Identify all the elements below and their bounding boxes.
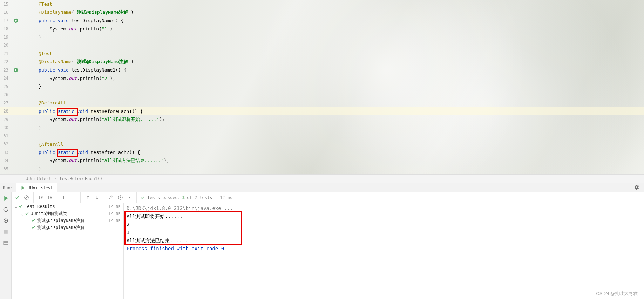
line-number: 15 <box>0 2 11 7</box>
check-icon <box>31 225 35 230</box>
export-icon[interactable] <box>107 193 115 202</box>
tree-suite[interactable]: ⌄ JUnit5注解测试类 12 ms <box>12 210 123 217</box>
history-icon[interactable] <box>116 193 124 202</box>
tree-test[interactable]: 测试@DisplayName注解 12 ms <box>12 217 123 224</box>
line-number: 20 <box>0 43 11 48</box>
code-line[interactable]: 19} <box>0 33 644 41</box>
code-text: @BeforeAll <box>21 100 66 106</box>
chevron-down-icon[interactable]: ⌄ <box>20 211 25 216</box>
code-line[interactable]: 34 System.out.println("All测试方法已结束......"… <box>0 157 644 165</box>
line-number: 33 <box>0 150 11 155</box>
line-number: 21 <box>0 51 11 56</box>
run-label: Run: <box>0 185 16 190</box>
run-gutter-icon[interactable] <box>13 68 18 73</box>
stop-icon[interactable] <box>3 229 9 236</box>
code-line[interactable]: 17public void testDisplayName() { <box>0 16 644 25</box>
tree-test-time: 12 ms <box>108 218 121 223</box>
code-text: System.out.println("1"); <box>21 26 115 32</box>
line-number: 30 <box>0 125 11 130</box>
sort-duration-icon[interactable] <box>46 193 54 202</box>
line-number: 22 <box>0 59 11 64</box>
code-text: public static void testAfterEach2() { <box>21 150 140 155</box>
code-lines: 15@Test16@DisplayName("测试@DisplayName注解"… <box>0 0 644 174</box>
tree-test-label: 测试@DisplayName注解 <box>37 225 121 231</box>
line-number: 16 <box>0 10 11 15</box>
breadcrumb-class[interactable]: JUnit5Test <box>26 176 51 181</box>
layout-icon[interactable] <box>3 240 9 247</box>
console-exit: Process finished with exit code 0 <box>127 245 644 253</box>
expand-all-icon[interactable] <box>60 193 68 202</box>
console-output[interactable]: D:\JDK\jdk1.8.0_212\bin\java.exe ... All… <box>124 203 644 299</box>
sort-alpha-icon[interactable] <box>36 193 45 202</box>
settings-icon[interactable] <box>633 184 639 191</box>
code-line[interactable]: 35} <box>0 165 644 173</box>
code-line[interactable]: 31 <box>0 132 644 140</box>
svg-rect-10 <box>4 241 8 245</box>
code-text: } <box>21 125 41 130</box>
code-line[interactable]: 15@Test <box>0 0 644 8</box>
code-line[interactable]: 25} <box>0 82 644 91</box>
svg-line-13 <box>25 196 28 199</box>
code-text: System.out.println("All测试方法已结束......"); <box>21 157 169 164</box>
code-line[interactable]: 20 <box>0 41 644 50</box>
console-line: All测试即将开始...... <box>127 212 644 220</box>
breadcrumb[interactable]: JUnit5Test › testBeforeEach1() <box>0 174 644 183</box>
show-passed-icon[interactable] <box>13 193 21 202</box>
code-text: @Test <box>21 51 52 56</box>
code-line[interactable]: 33public static void testAfterEach2() { <box>0 148 644 157</box>
code-line[interactable]: 23public void testDisplayName1() { <box>0 66 644 74</box>
code-line[interactable]: 27@BeforeAll <box>0 99 644 107</box>
check-icon <box>140 195 145 200</box>
console-command: D:\JDK\jdk1.8.0_212\bin\java.exe ... <box>127 204 644 212</box>
code-text: } <box>21 34 41 40</box>
chevron-down-icon[interactable]: ⌄ <box>14 204 19 209</box>
line-number: 18 <box>0 26 11 31</box>
code-line[interactable]: 32@AfterAll <box>0 140 644 149</box>
test-tree[interactable]: ⌄ Test Results 12 ms ⌄ JUnit5注解测试类 12 ms… <box>12 203 124 299</box>
code-line[interactable]: 24 System.out.println("2"); <box>0 74 644 83</box>
line-number: 26 <box>0 92 11 97</box>
code-text: @AfterAll <box>21 142 63 147</box>
tree-root[interactable]: ⌄ Test Results 12 ms <box>12 203 123 210</box>
svg-rect-9 <box>4 230 8 234</box>
console-line: All测试方法已结束...... <box>127 237 644 245</box>
code-line[interactable]: 30} <box>0 124 644 132</box>
tests-summary-prefix: Tests passed: <box>147 195 180 200</box>
code-line[interactable]: 16@DisplayName("测试@DisplayName注解") <box>0 8 644 17</box>
results-area: ⌄ Test Results 12 ms ⌄ JUnit5注解测试类 12 ms… <box>12 203 644 299</box>
watermark: CSDN @扎哇太枣糕 <box>596 291 638 297</box>
code-line[interactable]: 22@DisplayName("测试@DisplayName注解") <box>0 58 644 66</box>
collapse-all-icon[interactable] <box>69 193 77 202</box>
next-test-icon[interactable] <box>93 193 101 202</box>
code-line[interactable]: 29 System.out.println("All测试即将开始......")… <box>0 115 644 124</box>
run-toolwindow-header: Run: JUnit5Test <box>0 183 644 192</box>
rerun-icon[interactable] <box>3 195 9 202</box>
code-text: } <box>21 166 41 171</box>
more-icon[interactable]: ▾ <box>125 193 134 202</box>
show-ignored-icon[interactable] <box>22 193 30 202</box>
line-number: 23 <box>0 68 11 73</box>
check-icon <box>19 204 23 209</box>
editor-area[interactable]: 15@Test16@DisplayName("测试@DisplayName注解"… <box>0 0 644 174</box>
run-tab[interactable]: JUnit5Test <box>16 183 57 192</box>
prev-test-icon[interactable] <box>83 193 92 202</box>
line-number: 29 <box>0 117 11 122</box>
breadcrumb-method[interactable]: testBeforeEach1() <box>59 176 102 181</box>
code-text: public void testDisplayName() { <box>21 18 124 23</box>
code-line[interactable]: 18 System.out.println("1"); <box>0 25 644 33</box>
toggle-auto-icon[interactable] <box>3 218 9 225</box>
rerun-failed-icon[interactable] <box>3 206 9 213</box>
run-gutter-icon[interactable] <box>13 18 18 23</box>
code-text: public void testDisplayName1() { <box>21 67 126 73</box>
line-number: 34 <box>0 158 11 163</box>
code-line[interactable]: 26 <box>0 91 644 99</box>
run-tab-label: JUnit5Test <box>28 185 53 190</box>
line-number: 24 <box>0 76 11 81</box>
code-text: @DisplayName("测试@DisplayName注解") <box>21 9 134 15</box>
gutter-icons <box>11 18 21 23</box>
code-text: @DisplayName("测试@DisplayName注解") <box>21 59 134 65</box>
line-number: 31 <box>0 134 11 138</box>
code-line[interactable]: 28public static void testBeforeEach1() { <box>0 107 644 116</box>
code-line[interactable]: 21@Test <box>0 49 644 58</box>
tree-test[interactable]: 测试@DisplayName注解 <box>12 224 123 231</box>
